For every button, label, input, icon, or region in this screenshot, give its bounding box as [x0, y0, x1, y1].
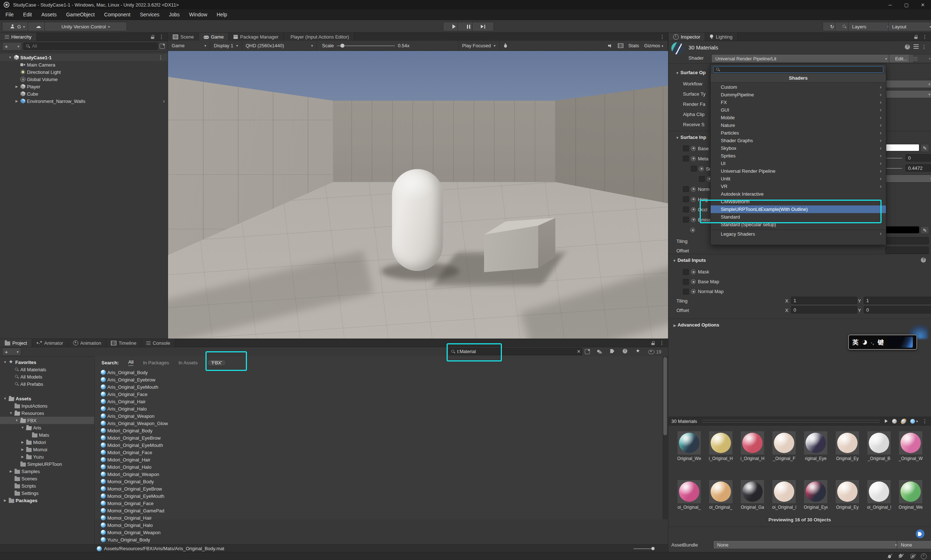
ime-toolbar[interactable]: 英 ·, 键: [848, 335, 917, 350]
material-result-row[interactable]: Midori_Original_Body: [95, 427, 663, 434]
shader-option[interactable]: DummyPipeline: [711, 91, 886, 98]
folder-tree-item[interactable]: Samples: [0, 468, 94, 475]
resolution-dropdown[interactable]: QHD (2560x1440)▾: [242, 41, 317, 51]
material-preview-thumb[interactable]: oi_Original_E: [867, 480, 891, 510]
lock-icon[interactable]: [914, 35, 918, 39]
scrollbar-thumb[interactable]: [663, 357, 667, 435]
scope-all[interactable]: All: [128, 359, 134, 366]
material-result-row[interactable]: Aris_Original_Body: [95, 369, 663, 376]
bottom-tab[interactable]: Console: [142, 339, 175, 347]
shader-option[interactable]: VR: [711, 183, 886, 190]
scale-slider[interactable]: [337, 45, 395, 46]
saved-search-icon[interactable]: [636, 349, 641, 354]
menu-item[interactable]: Assets: [37, 12, 62, 17]
hierarchy-item[interactable]: Cube: [0, 90, 168, 97]
material-preview-thumb[interactable]: Original_We: [899, 480, 922, 510]
material-preview-thumb[interactable]: Original_Eye: [804, 480, 827, 510]
kebab-menu-icon[interactable]: ⋮: [922, 44, 926, 50]
view-tab[interactable]: Player (Input Actions Editor): [284, 33, 354, 41]
tiling-y-field[interactable]: 1: [864, 297, 931, 304]
material-result-row[interactable]: Midori_Original_EyeMouth: [95, 442, 663, 449]
material-preview-thumb[interactable]: Original_Ey: [836, 431, 859, 461]
ime-punct-label[interactable]: ·,: [871, 339, 874, 345]
mute-audio-icon[interactable]: [608, 44, 613, 48]
metallic-value-field[interactable]: 0: [906, 154, 931, 162]
folder-tree-item[interactable]: Yuzu: [0, 453, 94, 460]
tiling-y-field[interactable]: [885, 237, 929, 245]
folder-tree-item[interactable]: All Materials: [0, 366, 94, 373]
preview-light-icon[interactable]: [901, 419, 906, 424]
clear-search-icon[interactable]: ✕: [577, 349, 581, 354]
version-control-button[interactable]: Unity Version Control▾: [45, 22, 127, 31]
help-icon[interactable]: [905, 45, 910, 49]
shader-option[interactable]: SimpleURPToonLitExample(With Outline): [711, 205, 886, 213]
filter-by-label-icon[interactable]: [610, 349, 614, 353]
preview-play-icon[interactable]: [885, 419, 888, 423]
shader-option[interactable]: Sprites: [711, 152, 886, 160]
step-button[interactable]: [472, 22, 494, 31]
drag-handle[interactable]: [702, 420, 880, 423]
offset-x-field[interactable]: 0: [791, 306, 857, 314]
play-focused-dropdown[interactable]: Play Focused▾: [458, 41, 500, 51]
material-preview-thumb[interactable]: _Original_B: [867, 431, 891, 461]
asset-labels-icon[interactable]: [916, 529, 925, 538]
hierarchy-item[interactable]: Main Camera: [0, 61, 168, 68]
shader-dropdown-button[interactable]: Universal Render Pipeline/Lit▾: [711, 54, 891, 63]
material-preview-thumb[interactable]: oi_Original_: [677, 480, 701, 510]
folder-tree-item[interactable]: Favorites: [0, 358, 94, 366]
preview-skybox-icon[interactable]: [910, 419, 915, 424]
ime-mode-label[interactable]: 英: [853, 338, 859, 346]
kebab-menu-icon[interactable]: ⋮: [922, 34, 927, 40]
hierarchy-item[interactable]: Directional Light: [0, 68, 168, 75]
minimize-button[interactable]: ─: [882, 0, 898, 9]
menu-item[interactable]: Jobs: [164, 12, 185, 17]
menu-item[interactable]: GameObject: [62, 12, 100, 17]
shader-search-input[interactable]: [713, 66, 883, 73]
preview-header[interactable]: 30 Materials ▾ ⋮: [668, 417, 931, 425]
assetbundle-dropdown[interactable]: None▾: [713, 540, 901, 549]
material-result-row[interactable]: Midori_Original_Halo: [95, 463, 663, 471]
tasks-ok-icon[interactable]: [921, 554, 926, 559]
bottom-tab[interactable]: Animator: [32, 339, 68, 347]
material-result-row[interactable]: Midori_Original_Face: [95, 449, 663, 456]
material-result-row[interactable]: Yuzu_Original_Body: [95, 536, 663, 543]
game-display-mode-dropdown[interactable]: Game▾: [168, 41, 210, 51]
hierarchy-search-input[interactable]: [23, 43, 158, 50]
folder-tree-item[interactable]: Aris: [0, 424, 94, 431]
shader-option[interactable]: Standard (Specular setup): [711, 221, 886, 228]
lock-icon[interactable]: [151, 35, 155, 39]
shader-option[interactable]: Universal Render Pipeline: [711, 167, 886, 175]
capsule-object[interactable]: [392, 169, 443, 271]
folder-tree-item[interactable]: Scripts: [0, 482, 94, 489]
shader-option[interactable]: FX: [711, 98, 886, 106]
view-tab[interactable]: Scene: [168, 33, 199, 41]
hierarchy-item[interactable]: Global Volume: [0, 75, 168, 83]
material-result-row[interactable]: Momoi_Original_Face: [95, 500, 663, 507]
cube-object[interactable]: [484, 217, 556, 276]
shader-option[interactable]: UI: [711, 160, 886, 167]
tiling-x-field[interactable]: 1: [791, 297, 857, 304]
layers-disabled-icon[interactable]: [899, 554, 903, 558]
material-result-row[interactable]: Aris_Original_Halo: [95, 405, 663, 412]
folder-tree-item[interactable]: Scenes: [0, 475, 94, 482]
folder-tree-item[interactable]: All Models: [0, 373, 94, 380]
shader-option[interactable]: Nature: [711, 122, 886, 129]
menu-item[interactable]: Window: [185, 12, 212, 17]
presets-icon[interactable]: [914, 45, 919, 49]
shader-option[interactable]: Autodesk Interactive: [711, 190, 886, 198]
material-result-row[interactable]: Aris_Original_Weapon_Glow: [95, 420, 663, 427]
results-scrollbar[interactable]: [663, 356, 668, 519]
material-result-row[interactable]: Momoi_Original_EyeMouth: [95, 492, 663, 500]
material-preview-thumb[interactable]: i_Original_H: [709, 431, 732, 461]
folder-tree-item[interactable]: FBX: [0, 417, 94, 424]
scale-slider-knob[interactable]: [340, 44, 345, 48]
shader-option[interactable]: CMWaveform: [711, 198, 886, 205]
hierarchy-item[interactable]: Player: [0, 83, 168, 90]
scope-in-assets[interactable]: In Assets: [179, 360, 198, 365]
material-preview-thumb[interactable]: _Original_F: [772, 431, 796, 461]
folder-tree-item[interactable]: Midori: [0, 438, 94, 446]
scene-row[interactable]: StudyCase1-1 ⋮: [0, 54, 168, 61]
shader-extra-button[interactable]: ▾: [909, 54, 931, 63]
filter-by-type-icon[interactable]: [597, 349, 602, 354]
bottom-tab[interactable]: Timeline: [106, 339, 142, 347]
